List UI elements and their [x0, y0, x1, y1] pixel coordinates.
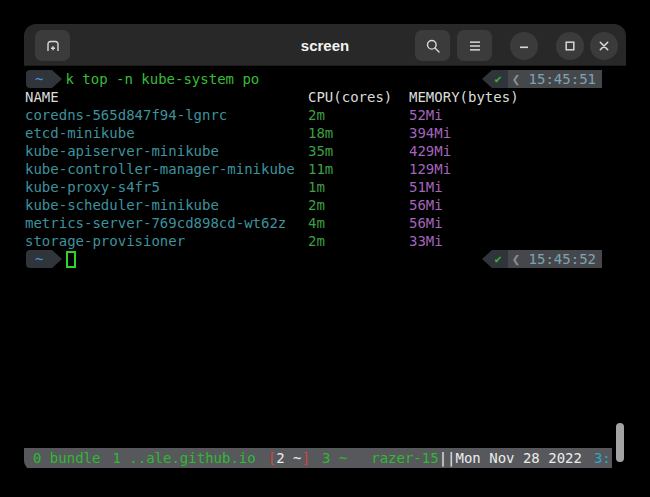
- timestamp-segment: ❮ 15:45:51: [508, 70, 602, 88]
- screen-window-2-active: 2 ~: [276, 448, 301, 468]
- header-cpu: CPU(cores): [308, 88, 409, 106]
- pod-name-cell: kube-controller-manager-minikube: [25, 160, 308, 178]
- minimize-button[interactable]: [510, 32, 538, 60]
- terminal-screen[interactable]: ~ k top -n kube-system po ✔ ❮ 15:45:51 N…: [24, 66, 626, 470]
- pod-name-cell: etcd-minikube: [25, 124, 308, 142]
- table-row: kube-scheduler-minikube 2m 56Mi: [25, 196, 626, 214]
- table-row: kube-controller-manager-minikube 11m 129…: [25, 160, 626, 178]
- search-icon: [425, 38, 441, 54]
- pod-name-cell: coredns-565d847f94-lgnrc: [25, 106, 308, 124]
- cpu-cell: 11m: [308, 160, 409, 178]
- terminal-window: screen: [24, 24, 626, 470]
- search-button[interactable]: [415, 30, 450, 61]
- hostname: razer-15: [371, 448, 438, 468]
- close-button[interactable]: [590, 32, 618, 60]
- memory-cell: 33Mi: [409, 232, 626, 250]
- memory-cell: 56Mi: [409, 214, 626, 232]
- cpu-cell: 2m: [308, 196, 409, 214]
- prompt-cwd: ~: [26, 250, 52, 268]
- status-separator: ||: [439, 448, 456, 468]
- header-memory: MEMORY(bytes): [409, 88, 626, 106]
- memory-cell: 51Mi: [409, 178, 626, 196]
- close-icon: [596, 38, 612, 54]
- right-prompt-1: ✔ ❮ 15:45:51: [482, 70, 602, 88]
- exit-status-check-icon: ✔: [492, 70, 507, 88]
- cpu-cell: 2m: [308, 106, 409, 124]
- screen-window-3: 3 ~: [322, 448, 347, 468]
- status-time-partial: 3:: [594, 448, 611, 468]
- table-row: storage-provisioner 2m 33Mi: [25, 232, 626, 250]
- screen-window-0: 0 bundle: [33, 448, 100, 468]
- prompt-line-2: ~ ✔ ❮ 15:45:52: [25, 250, 626, 268]
- timestamp-segment: ❮ 15:45:52: [508, 250, 602, 268]
- pod-name-cell: kube-scheduler-minikube: [25, 196, 308, 214]
- table-row: kube-apiserver-minikube 35m 429Mi: [25, 142, 626, 160]
- active-window-bracket-close: ]: [301, 448, 309, 468]
- maximize-button[interactable]: [556, 32, 584, 60]
- memory-cell: 52Mi: [409, 106, 626, 124]
- table-row: coredns-565d847f94-lgnrc 2m 52Mi: [25, 106, 626, 124]
- cpu-cell: 1m: [308, 178, 409, 196]
- cpu-cell: 2m: [308, 232, 409, 250]
- screen-status-bar: 0 bundle 1 ..ale.github.io [ 2 ~ ] 3 ~ r…: [24, 448, 612, 468]
- scrollbar-thumb[interactable]: [616, 423, 624, 462]
- right-prompt-arrow-icon: [482, 70, 492, 88]
- memory-cell: 429Mi: [409, 142, 626, 160]
- cpu-cell: 4m: [308, 214, 409, 232]
- table-row: kube-proxy-s4fr5 1m 51Mi: [25, 178, 626, 196]
- memory-cell: 394Mi: [409, 124, 626, 142]
- cpu-cell: 18m: [308, 124, 409, 142]
- hamburger-menu-icon: [467, 38, 483, 54]
- active-window-bracket-open: [: [268, 448, 276, 468]
- chevron-left-icon: ❮: [512, 71, 520, 87]
- exit-status-check-icon: ✔: [492, 250, 507, 268]
- right-prompt-arrow-icon: [482, 250, 492, 268]
- prompt-cwd: ~: [26, 70, 52, 88]
- status-date: Mon Nov 28 2022: [456, 448, 582, 468]
- prompt-arrow-icon: [52, 250, 62, 268]
- menu-button[interactable]: [457, 30, 492, 61]
- pod-name-cell: kube-proxy-s4fr5: [25, 178, 308, 196]
- table-header-row: NAME CPU(cores) MEMORY(bytes): [25, 88, 626, 106]
- prompt-line-1: ~ k top -n kube-system po ✔ ❮ 15:45:51: [25, 70, 626, 88]
- header-name: NAME: [25, 88, 308, 106]
- pod-name-cell: metrics-server-769cd898cd-wt62z: [25, 214, 308, 232]
- screen-window-1: 1 ..ale.github.io: [112, 448, 255, 468]
- table-row: etcd-minikube 18m 394Mi: [25, 124, 626, 142]
- pod-name-cell: storage-provisioner: [25, 232, 308, 250]
- terminal-cursor: [66, 251, 76, 268]
- timestamp: 15:45:52: [529, 251, 596, 267]
- table-row: metrics-server-769cd898cd-wt62z 4m 56Mi: [25, 214, 626, 232]
- titlebar[interactable]: screen: [24, 24, 626, 66]
- pod-name-cell: kube-apiserver-minikube: [25, 142, 308, 160]
- chevron-left-icon: ❮: [512, 251, 520, 267]
- minimize-icon: [516, 38, 532, 54]
- timestamp: 15:45:51: [529, 71, 596, 87]
- right-prompt-2: ✔ ❮ 15:45:52: [482, 250, 602, 268]
- memory-cell: 56Mi: [409, 196, 626, 214]
- prompt-arrow-icon: [52, 70, 62, 88]
- maximize-icon: [562, 38, 578, 54]
- memory-cell: 129Mi: [409, 160, 626, 178]
- command-text: k top -n kube-system po: [65, 70, 259, 88]
- cpu-cell: 35m: [308, 142, 409, 160]
